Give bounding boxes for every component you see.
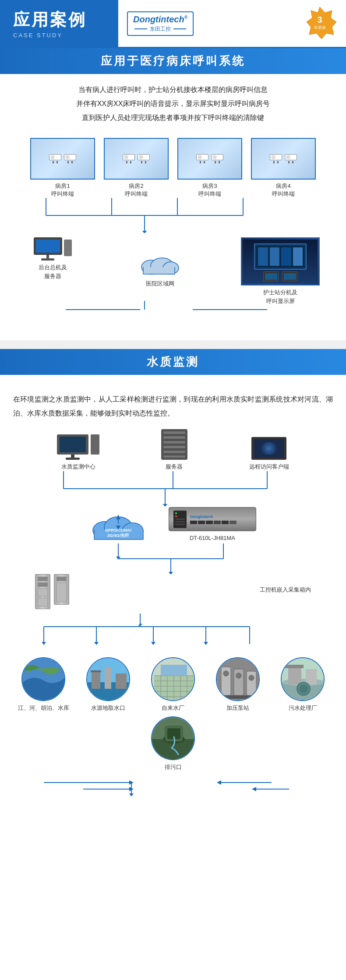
- logo-box: Dongtintech® 东田工控: [127, 11, 194, 36]
- svg-text:3G/4G/光纤: 3G/4G/光纤: [107, 533, 130, 538]
- remote-screen-icon: [251, 437, 286, 460]
- dt-device-node: Dongtintech DT-610L-JH81MA: [169, 507, 256, 543]
- industrial-cabinet-node: [35, 574, 69, 609]
- hospital-network-node: 医院区域网: [138, 250, 182, 288]
- water-source-label: 水源地取水口: [91, 704, 125, 712]
- backend-label: 后台总机及服务器: [39, 263, 67, 280]
- svg-marker-104: [217, 780, 221, 785]
- svg-text:年质保: 年质保: [314, 25, 326, 30]
- room-image-2: [104, 138, 169, 180]
- svg-point-81: [223, 671, 229, 676]
- river-lake-label: 江、河、胡泊、水库: [18, 704, 69, 712]
- logo-text-sub: 东田工控: [133, 25, 187, 33]
- room-item-3: 病房3呼叫终端: [177, 138, 243, 198]
- svg-rect-60: [105, 667, 111, 689]
- water-section-title: 水质监测: [0, 349, 346, 375]
- server-rack-icon: [161, 429, 187, 460]
- hospital-network-label: 医院区域网: [146, 279, 174, 288]
- gprs-cloud-svg: GPRS/CDMA/ 3G/4G/光纤: [90, 506, 147, 543]
- pump-station-icon: [216, 657, 260, 701]
- server-node: 服务器: [161, 429, 187, 471]
- room-label-4: 病房4呼叫终端: [272, 182, 295, 198]
- water-top-nodes: 水质监测中心 服务器: [9, 429, 337, 471]
- logo-text-main: Dongtintech®: [133, 14, 187, 25]
- svg-marker-47: [42, 642, 46, 645]
- room-item-4: 病房4呼叫终端: [251, 138, 316, 198]
- warranty-badge: 3 年质保: [302, 6, 337, 41]
- svg-marker-9: [142, 231, 147, 233]
- logo-area: Dongtintech® 东田工控: [127, 11, 194, 36]
- river-lake-icon: [21, 657, 65, 701]
- header-title-badge: 应用案例 CASE STUDY: [0, 0, 118, 47]
- sewage-plant-icon: [281, 657, 325, 701]
- remote-client-node: 远程访问客户端: [249, 437, 289, 471]
- page-title-en: CASE STUDY: [13, 32, 118, 39]
- sewage-plant-label: 污水处理厂: [289, 704, 317, 712]
- svg-rect-88: [306, 669, 317, 684]
- hospital-connector-svg: [13, 198, 333, 233]
- page-header: 应用案例 CASE STUDY Dongtintech® 东田工控 3 年质保: [0, 0, 346, 48]
- remote-client-label: 远程访问客户端: [249, 462, 289, 471]
- backend-monitor-icon: [34, 237, 62, 261]
- water-source-node: 水源地取水口: [80, 657, 137, 712]
- room-image-3: [177, 138, 242, 180]
- room-image-1: [30, 138, 95, 180]
- svg-marker-53: [204, 642, 208, 645]
- gprs-cloud-node: GPRS/CDMA/ 3G/4G/光纤: [90, 506, 147, 543]
- room-label-2: 病房2呼叫终端: [125, 182, 148, 198]
- backend-server-node: 后台总机及服务器: [26, 237, 79, 280]
- wq-center-label: 水质监测中心: [61, 462, 95, 471]
- room-label-1: 病房1呼叫终端: [51, 182, 74, 198]
- svg-point-83: [249, 675, 254, 680]
- sewage-outlet-label: 排污口: [165, 763, 182, 772]
- svg-rect-75: [161, 665, 187, 676]
- cloud-icon: [138, 250, 182, 277]
- sewage-outlet-node: 排污口: [145, 716, 201, 772]
- industrial-label-area: 工控机嵌入采集箱内: [260, 583, 311, 594]
- svg-marker-49: [94, 642, 99, 645]
- cabinet-icon: [35, 574, 69, 609]
- waterworks-label: 自来水厂: [162, 704, 184, 712]
- svg-rect-87: [288, 667, 301, 684]
- room-image-4: [251, 138, 316, 180]
- svg-rect-13: [143, 267, 175, 274]
- svg-text:3: 3: [317, 15, 322, 25]
- header-right: Dongtintech® 东田工控 3 年质保: [118, 0, 346, 47]
- water-section: 在环境监测之水质监测中，从人工采样检测进行监测，到现在的利用水质实时监测系统技术…: [0, 384, 346, 820]
- bottom-to-industrial-svg: [9, 776, 337, 802]
- svg-point-91: [299, 684, 308, 693]
- room-item-1: 病房1呼叫终端: [30, 138, 95, 198]
- waterworks-icon: [151, 657, 195, 701]
- dt-device-label: DT-610L-JH81MA: [190, 534, 235, 543]
- svg-point-82: [236, 673, 241, 678]
- section-gap: [0, 340, 346, 349]
- svg-rect-62: [91, 670, 101, 672]
- waterworks-node: 自来水厂: [145, 657, 201, 712]
- page-title-zh: 应用案例: [13, 9, 118, 31]
- svg-rect-59: [92, 671, 100, 689]
- room-item-2: 病房2呼叫终端: [103, 138, 169, 198]
- sewage-plant-node: 污水处理厂: [274, 657, 331, 712]
- water-source-icon: [86, 657, 130, 701]
- wq-center-node: 水质监测中心: [57, 434, 99, 471]
- medical-description: 当有病人进行呼叫时，护士站分机接收本楼层的病房呼叫信息 并伴有XX房XX床呼叫的…: [13, 83, 333, 125]
- hospital-diagram: 病房1呼叫终端: [13, 134, 333, 327]
- medical-section-title: 应用于医疗病床呼叫系统: [0, 48, 346, 74]
- pump-station-label: 加压泵站: [226, 704, 249, 712]
- svg-rect-61: [116, 673, 127, 689]
- nurse-station-label: 护士站分机及呼叫显示屏: [263, 288, 297, 305]
- sewage-outlet-icon: [151, 716, 195, 760]
- middle-row: GPRS/CDMA/ 3G/4G/光纤: [18, 506, 328, 543]
- rooms-row: 病房1呼叫终端: [13, 138, 333, 198]
- dt-device-icon: Dongtintech: [169, 507, 256, 531]
- pump-station-node: 加压泵站: [209, 657, 266, 712]
- industrial-row: 工控机嵌入采集箱内: [9, 574, 337, 609]
- room-label-3: 病房3呼叫终端: [198, 182, 221, 198]
- industrial-label: 工控机嵌入采集箱内: [260, 585, 311, 594]
- bottom-connector-svg: [9, 613, 337, 657]
- svg-rect-89: [284, 665, 304, 668]
- water-description: 在环境监测之水质监测中，从人工采样检测进行监测，到现在的利用水质实时监测系统技术…: [0, 384, 346, 425]
- water-diagram: 水质监测中心 服务器: [0, 425, 346, 807]
- water-bottom-nodes: 江、河、胡泊、水库 水源地取水口: [9, 657, 337, 772]
- server-label: 服务器: [166, 462, 183, 471]
